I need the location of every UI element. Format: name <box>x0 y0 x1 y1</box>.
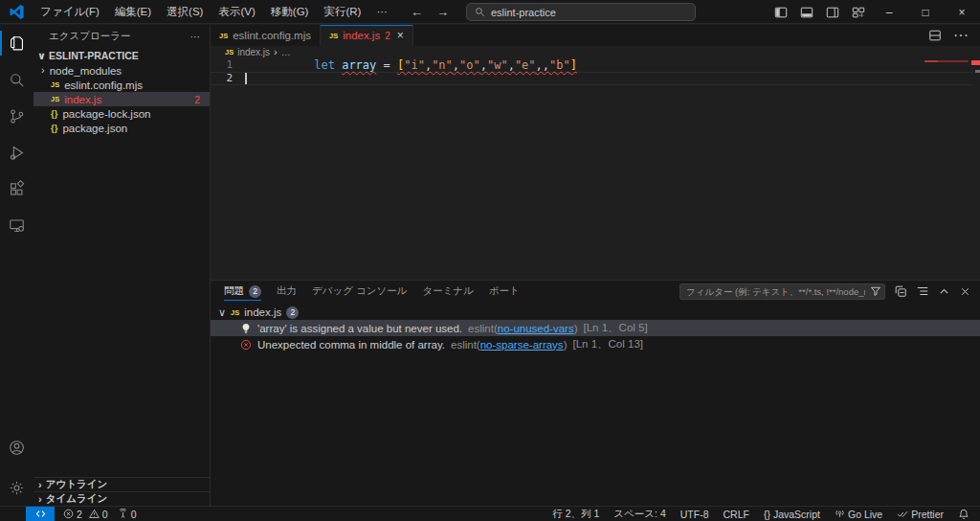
error-count-icon <box>63 509 74 519</box>
title-bar: ファイル(F) 編集(E) 選択(S) 表示(V) 移動(G) 実行(R) ··… <box>0 0 980 24</box>
problems-count-badge: 2 <box>194 94 200 105</box>
back-icon[interactable]: ← <box>411 5 423 19</box>
close-panel-icon[interactable] <box>959 285 971 298</box>
problem-row-warning[interactable]: 'array' is assigned a value but never us… <box>211 320 980 336</box>
menu-run[interactable]: 実行(R) <box>316 0 368 24</box>
timeline-section[interactable]: › タイムライン <box>33 491 210 506</box>
menu-edit[interactable]: 編集(E) <box>107 0 159 24</box>
error-icon <box>240 339 252 351</box>
outline-section[interactable]: › アウトライン <box>33 477 210 491</box>
chevron-down-icon: ∨ <box>37 51 46 61</box>
json-file-icon: {} <box>51 108 57 119</box>
code-line-2: 2 <box>211 72 971 85</box>
cursor-position[interactable]: 行 2、列 1 <box>552 508 599 521</box>
toggle-sidebar-icon[interactable] <box>774 6 788 19</box>
eol-sequence[interactable]: CRLF <box>724 509 749 520</box>
problem-location: [Ln 1、Col 5] <box>584 321 648 335</box>
maximize-button[interactable]: □ <box>907 0 944 24</box>
explorer-icon[interactable] <box>0 25 33 61</box>
section-label: タイムライン <box>46 492 107 506</box>
collapse-all-icon[interactable] <box>894 284 907 298</box>
problems-status[interactable]: 2 0 <box>63 509 108 520</box>
tree-item-package-lock[interactable]: {} package-lock.json <box>33 106 210 121</box>
overview-ruler[interactable] <box>971 58 980 280</box>
menu-more-icon[interactable]: ··· <box>368 0 395 24</box>
chevron-right-icon: › <box>41 65 45 76</box>
tab-eslint-config[interactable]: JS eslint.config.mjs <box>211 25 321 46</box>
minimize-button[interactable]: – <box>871 0 907 24</box>
remote-explorer-icon[interactable] <box>0 207 33 243</box>
rule-link[interactable]: no-unused-vars <box>498 323 574 334</box>
settings-gear-icon[interactable] <box>0 469 33 506</box>
ports-status[interactable]: 0 <box>118 509 137 520</box>
tab-terminal[interactable]: ターミナル <box>422 281 473 302</box>
code-token: "b" <box>549 58 570 72</box>
minimap-error-mark <box>924 60 969 62</box>
file-label: package.json <box>62 123 127 134</box>
editor-more-actions-icon[interactable]: ··· <box>953 27 969 44</box>
tab-output[interactable]: 出力 <box>277 281 297 302</box>
toggle-panel-icon[interactable] <box>800 6 813 19</box>
tree-item-index-js[interactable]: JS index.js 2 <box>33 92 210 106</box>
view-as-table-icon[interactable] <box>916 284 929 298</box>
go-live[interactable]: Go Live <box>835 509 882 520</box>
command-center-search[interactable]: eslint-practice <box>466 3 696 21</box>
account-icon[interactable] <box>0 429 33 465</box>
js-file-icon: JS <box>51 80 59 89</box>
prettier-status[interactable]: Prettier <box>897 509 944 520</box>
problems-file-group[interactable]: ∨ JS index.js 2 <box>211 305 980 320</box>
tree-item-package-json[interactable]: {} package.json <box>33 121 210 135</box>
tree-item-node-modules[interactable]: › node_modules <box>33 63 210 78</box>
tab-debug-console[interactable]: デバッグ コンソール <box>312 281 407 302</box>
tab-index-js[interactable]: JS index.js 2 × <box>321 25 413 46</box>
chevron-right-icon: › <box>38 480 42 490</box>
code-editor[interactable]: 1 let array = ["i","n","o","w","e",,"b"]… <box>211 58 980 280</box>
tab-ports[interactable]: ポート <box>489 281 520 302</box>
code-line-1: 1 let array = ["i","n","o","w","e",,"b"] <box>211 58 980 72</box>
notifications-bell-icon[interactable] <box>958 509 969 520</box>
tab-problems[interactable]: 問題 2 <box>224 281 261 302</box>
code-token: "n" <box>432 58 453 72</box>
code-token: "i" <box>404 58 425 72</box>
file-label: node_modules <box>50 65 122 77</box>
customize-layout-icon[interactable] <box>852 6 865 19</box>
minimap[interactable] <box>924 58 971 280</box>
overview-error-mark <box>971 60 980 65</box>
run-debug-icon[interactable] <box>0 134 33 170</box>
close-tab-icon[interactable]: × <box>397 29 404 42</box>
language-mode[interactable]: {} JavaScript <box>764 509 820 520</box>
group-file-label: index.js <box>244 306 281 318</box>
maximize-panel-icon[interactable] <box>938 285 950 298</box>
language-label: JavaScript <box>773 509 820 520</box>
extensions-icon[interactable] <box>0 170 33 207</box>
panel-tab-label: ターミナル <box>422 284 473 298</box>
encoding[interactable]: UTF-8 <box>680 509 709 520</box>
menu-file[interactable]: ファイル(F) <box>33 0 107 24</box>
filter-icon[interactable] <box>870 285 881 297</box>
split-editor-icon[interactable] <box>928 29 942 42</box>
menu-go[interactable]: 移動(G) <box>263 0 317 24</box>
tab-problems-badge: 2 <box>385 31 390 41</box>
status-bar: 2 0 0 行 2、列 1 スペース: 4 UTF-8 CRLF {} Java… <box>0 506 980 521</box>
search-view-icon[interactable] <box>0 61 33 98</box>
menu-selection[interactable]: 選択(S) <box>159 0 211 24</box>
close-window-button[interactable]: × <box>944 0 980 24</box>
toggle-secondary-sidebar-icon[interactable] <box>826 6 839 19</box>
indentation[interactable]: スペース: 4 <box>613 508 665 521</box>
source-control-icon[interactable] <box>0 98 33 134</box>
remote-indicator[interactable] <box>26 507 55 521</box>
panel-tab-label: 出力 <box>277 284 297 298</box>
tree-item-eslint-config[interactable]: JS eslint.config.mjs <box>33 78 210 92</box>
rule-link[interactable]: no-sparse-arrays <box>480 339 564 351</box>
sidebar-title: エクスプローラー <box>49 30 130 43</box>
code-token: "e" <box>515 58 536 72</box>
forward-icon[interactable]: → <box>436 5 449 19</box>
js-file-icon: JS <box>329 32 338 40</box>
workspace-root-folder[interactable]: ∨ ESLINT-PRACTICE <box>33 48 210 63</box>
problems-filter-input[interactable] <box>679 283 885 300</box>
problem-row-error[interactable]: Unexpected comma in middle of array. esl… <box>211 336 980 352</box>
js-file-icon: JS <box>231 308 239 317</box>
menu-view[interactable]: 表示(V) <box>211 0 262 24</box>
search-icon <box>475 7 485 17</box>
explorer-more-actions-icon[interactable]: ··· <box>190 31 201 42</box>
